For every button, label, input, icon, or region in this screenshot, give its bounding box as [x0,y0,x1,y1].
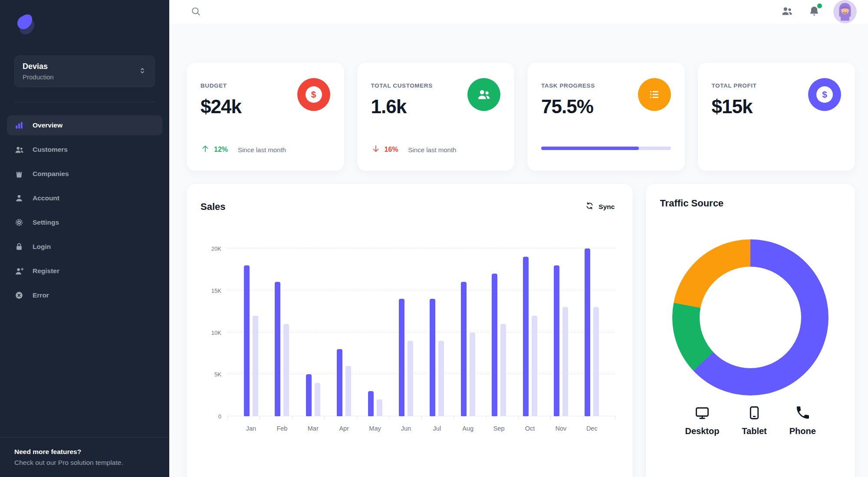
x-axis-label: Aug [461,425,475,432]
traffic-legend: Desktop Tablet [660,405,841,436]
bar [562,307,568,416]
caret-up-down-icon [138,66,147,77]
bar-group [430,248,444,416]
stats-row: BUDGET $24k $ 12% Since last month [187,62,855,171]
sales-title: Sales [201,201,226,212]
workspace-switcher[interactable]: Devias Production [14,56,155,87]
notification-badge [817,3,822,8]
budget-card: BUDGET $24k $ 12% Since last month [187,62,344,171]
legend-label: Desktop [685,426,719,436]
trend-value: 12% [214,146,228,154]
legend-item-tablet: Tablet [742,405,766,436]
bar-group [337,248,351,416]
sidebar-item-account[interactable]: Account [7,188,162,208]
sidebar-item-label: Register [33,267,59,275]
users-icon [467,78,500,111]
sidebar-item-label: Settings [33,219,59,226]
x-axis-label: Jul [430,425,444,432]
contacts-button[interactable] [777,1,797,22]
traffic-title: Traffic Source [660,198,841,209]
task-progress-bar [541,147,671,150]
bar [500,324,506,416]
shopping-bag-icon [14,169,24,179]
users-icon [781,5,793,19]
y-axis: 05K10K15K20K [201,248,227,416]
bar [283,324,289,416]
x-axis-label: Jan [244,425,258,432]
bar [408,341,413,416]
stat-value: 75.5% [541,96,595,118]
bar [438,341,444,416]
stat-value: $24k [201,96,241,118]
sidebar-item-login[interactable]: Login [7,237,162,257]
bar [532,316,537,416]
footer-title: Need more features? [14,448,155,456]
x-axis-label: Dec [585,425,599,432]
total-customers-card: TOTAL CUSTOMERS 1.6k [357,62,515,171]
stat-label: TOTAL PROFIT [712,82,757,89]
trend-caption: Since last month [408,146,457,154]
legend-label: Tablet [742,426,766,436]
x-tick [292,416,293,420]
user-avatar[interactable] [833,0,857,23]
x-tick [357,416,357,420]
traffic-donut-chart [672,239,829,395]
stat-value: $15k [712,96,757,118]
bar-group [368,248,382,416]
sidebar-item-companies[interactable]: Companies [7,164,162,184]
sales-plot [227,248,615,416]
y-axis-label: 0 [218,413,221,420]
traffic-source-card: Traffic Source Desktop [646,184,855,477]
gear-icon [14,217,24,228]
sidebar-item-register[interactable]: Register [7,261,162,281]
bar [337,349,342,416]
sidebar-item-settings[interactable]: Settings [7,212,162,232]
x-axis-labels: JanFebMarAprMayJunJulAugSepOctNovDec [227,425,615,432]
bar-group [244,248,258,416]
topbar [169,0,868,23]
bar-group [461,248,475,416]
user-icon [14,193,24,203]
x-axis-label: Mar [306,425,320,432]
x-axis-label: Sep [492,425,506,432]
sidebar-item-overview[interactable]: Overview [7,115,162,135]
x-axis-label: Nov [554,425,568,432]
bar [461,282,467,416]
sidebar-item-customers[interactable]: Customers [7,140,162,160]
bar [554,265,559,416]
arrows-clockwise-icon [585,201,594,212]
sidebar-footer: Need more features? Check out our Pro so… [0,437,169,477]
sales-card: Sales Sync 05K [187,184,633,477]
bar-group [399,248,413,416]
user-plus-icon [14,266,24,276]
sidebar: Devias Production Overview [0,0,169,477]
x-circle-icon [14,290,24,301]
sidebar-item-label: Login [33,243,51,251]
stat-label: TOTAL CUSTOMERS [371,82,433,89]
search-button[interactable] [187,2,205,22]
sync-label: Sync [598,203,615,211]
notifications-button[interactable] [805,2,824,22]
x-axis-label: Jun [399,425,413,432]
sidebar-item-label: Account [33,194,59,202]
bar-group [523,248,537,416]
stat-label: BUDGET [201,82,241,89]
y-axis-label: 20K [211,245,221,252]
bar-group [306,248,320,416]
arrow-up-icon [201,144,210,155]
devias-logo [14,13,155,38]
tablet-icon [746,405,762,422]
sync-button[interactable]: Sync [581,198,619,216]
x-tick [421,416,422,420]
x-axis-label: Apr [337,425,351,432]
phone-icon [795,405,810,422]
legend-item-phone: Phone [789,405,816,436]
sidebar-item-error[interactable]: Error [7,285,162,305]
bar-group [492,248,506,416]
x-axis-label: May [368,425,382,432]
lock-icon [14,242,24,252]
x-tick [454,416,454,420]
legend-label: Phone [789,426,816,436]
bar [492,274,497,416]
x-tick [227,416,228,420]
